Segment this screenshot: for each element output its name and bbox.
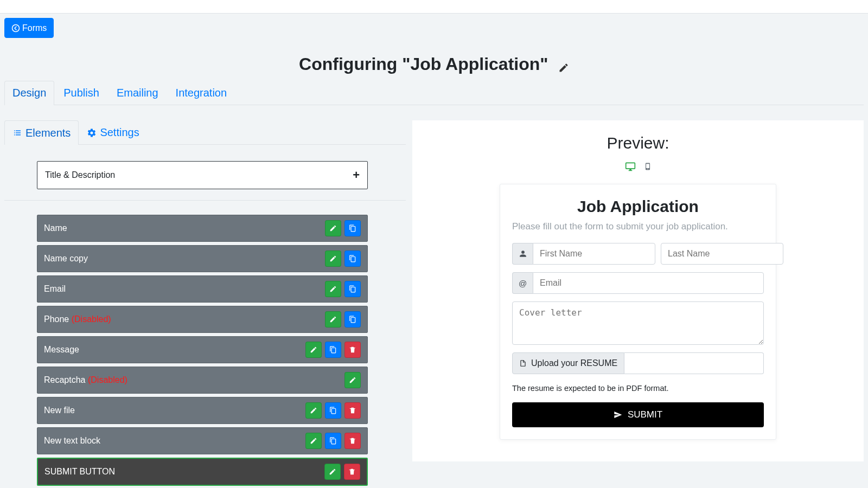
edit-button[interactable] [344,372,361,388]
copy-button[interactable] [344,281,361,297]
tab-publish[interactable]: Publish [55,81,107,105]
disabled-tag: (Disabled) [69,314,111,324]
desktop-preview-icon[interactable] [624,161,636,172]
mobile-preview-icon[interactable] [644,161,652,172]
edit-button[interactable] [305,402,322,419]
tab-design[interactable]: Design [4,81,54,105]
copy-button[interactable] [344,311,361,328]
first-name-input[interactable] [533,243,655,265]
copy-button[interactable] [325,342,341,358]
upload-hint: The resume is expected to be in PDF form… [512,384,764,393]
element-label: SUBMIT BUTTON [44,467,115,477]
delete-button[interactable] [344,402,361,419]
delete-button[interactable] [344,433,361,449]
edit-button[interactable] [325,251,341,267]
element-label: Message [44,345,79,355]
last-name-input[interactable] [661,243,783,265]
edit-title-icon[interactable] [558,62,569,73]
edit-button[interactable] [305,433,322,449]
form-description: Please fill out the form to submit your … [512,221,764,232]
element-label: Recaptcha (Disabled) [44,375,127,385]
edit-button[interactable] [325,281,341,297]
preview-form-card: Job Application Please fill out the form… [500,184,776,440]
upload-label-text: Upload your RESUME [531,358,617,368]
file-icon [519,359,527,367]
copy-button[interactable] [325,433,341,449]
plus-icon: + [353,168,360,182]
element-row-name-copy[interactable]: Name copy [37,245,368,272]
disabled-tag: (Disabled) [86,375,127,384]
copy-button[interactable] [325,402,341,419]
element-row-phone[interactable]: Phone (Disabled) [37,306,368,333]
copy-button[interactable] [344,251,361,267]
elements-list: Name Name copy [37,215,368,488]
forms-back-button[interactable]: Forms [4,18,54,38]
delete-button[interactable] [344,464,360,480]
submit-button[interactable]: SUBMIT [512,402,764,427]
tab-integration[interactable]: Integration [168,81,235,105]
submit-label: SUBMIT [628,409,662,420]
element-row-new-file[interactable]: New file [37,397,368,424]
accordion-label: Title & Description [45,170,115,180]
element-label-text: Recaptcha [44,375,86,384]
main-tabs: Design Publish Emailing Integration [4,81,864,105]
element-row-message[interactable]: Message [37,336,368,363]
cover-letter-textarea[interactable] [512,301,764,345]
at-icon: @ [512,272,533,294]
element-label: Name copy [44,254,88,264]
tab-emailing[interactable]: Emailing [108,81,167,105]
form-title: Job Application [512,197,764,216]
list-icon [12,128,22,138]
design-subtabs: Elements Settings [4,120,406,145]
preview-heading: Preview: [434,134,842,152]
edit-button[interactable] [325,220,341,236]
top-bar [0,0,868,14]
subtab-settings[interactable]: Settings [79,120,147,144]
accordion-title-description[interactable]: Title & Description + [37,161,368,189]
edit-button[interactable] [324,464,341,480]
edit-button[interactable] [325,311,341,328]
element-row-recaptcha[interactable]: Recaptcha (Disabled) [37,367,368,394]
element-label: New text block [44,436,100,446]
subtab-elements[interactable]: Elements [4,120,79,145]
copy-button[interactable] [344,220,361,236]
paper-plane-icon [614,410,622,419]
upload-resume-field[interactable]: Upload your RESUME [512,352,764,374]
subtab-elements-label: Elements [25,127,71,139]
user-icon [512,243,533,265]
element-label: Phone (Disabled) [44,314,111,324]
element-row-submit-button[interactable]: SUBMIT BUTTON [37,458,368,486]
arrow-left-circle-icon [11,24,20,33]
page-title: Configuring "Job Application" [299,54,548,74]
element-label: New file [44,406,75,415]
subtab-settings-label: Settings [100,126,139,139]
element-row-name[interactable]: Name [37,215,368,242]
separator [4,200,406,201]
gear-icon [87,128,97,138]
svg-point-0 [12,24,20,31]
element-label: Email [44,284,66,294]
email-input[interactable] [533,272,764,294]
element-row-email[interactable]: Email [37,275,368,303]
element-label: Name [44,223,67,233]
delete-button[interactable] [344,342,361,358]
element-row-new-text-block[interactable]: New text block [37,427,368,454]
element-label-text: Phone [44,314,69,324]
forms-back-label: Forms [22,23,47,33]
edit-button[interactable] [305,342,322,358]
